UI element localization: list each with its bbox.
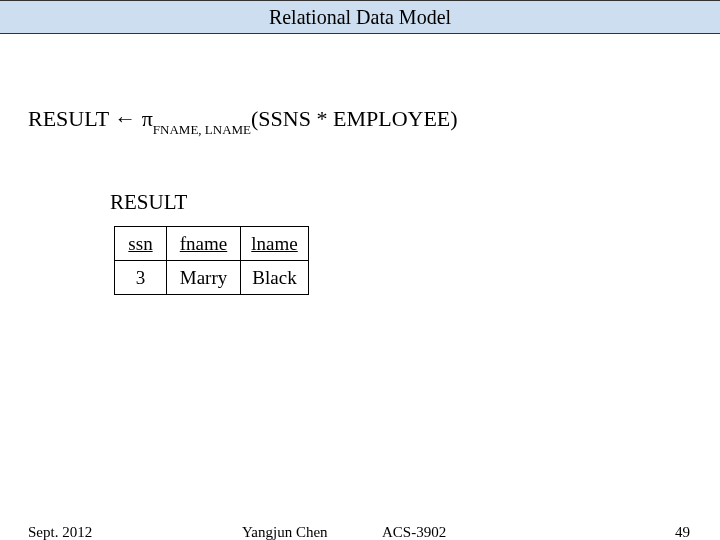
pi-symbol: π: [142, 106, 153, 131]
cell-ssn: 3: [115, 261, 167, 295]
footer-date: Sept. 2012: [28, 524, 92, 540]
result-lhs: RESULT: [28, 106, 114, 131]
close-paren-employee: EMPLOYEE): [327, 106, 457, 131]
assign-arrow: ←: [114, 106, 142, 131]
slide-title: Relational Data Model: [269, 6, 451, 28]
table-row: 3 Marry Black: [115, 261, 309, 295]
col-fname: fname: [167, 227, 241, 261]
natural-join-star: *: [316, 106, 327, 131]
slide-header: Relational Data Model: [0, 0, 720, 34]
projection-formula: RESULT ← πFNAME, LNAME(SSNS * EMPLOYEE): [28, 106, 458, 135]
open-paren-ssns: (SSNS: [251, 106, 316, 131]
footer-page-number: 49: [675, 524, 690, 540]
footer-course: ACS-3902: [382, 524, 446, 540]
projection-attrs: FNAME, LNAME: [153, 122, 251, 137]
col-lname: lname: [241, 227, 309, 261]
table-header-row: ssn fname lname: [115, 227, 309, 261]
result-relation-label: RESULT: [110, 190, 187, 215]
result-table: ssn fname lname 3 Marry Black: [114, 226, 309, 295]
cell-lname: Black: [241, 261, 309, 295]
footer-author: Yangjun Chen: [242, 524, 328, 540]
col-ssn: ssn: [115, 227, 167, 261]
cell-fname: Marry: [167, 261, 241, 295]
